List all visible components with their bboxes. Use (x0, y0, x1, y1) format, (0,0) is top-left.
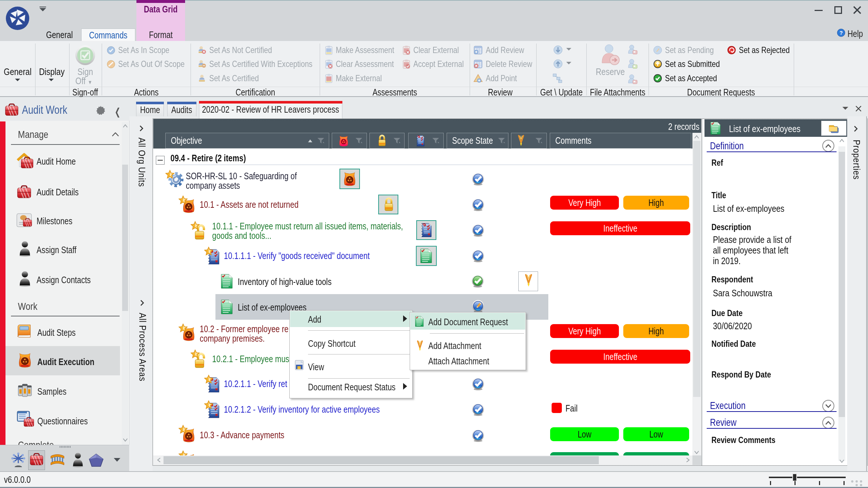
svg-text:?: ? (839, 30, 843, 36)
